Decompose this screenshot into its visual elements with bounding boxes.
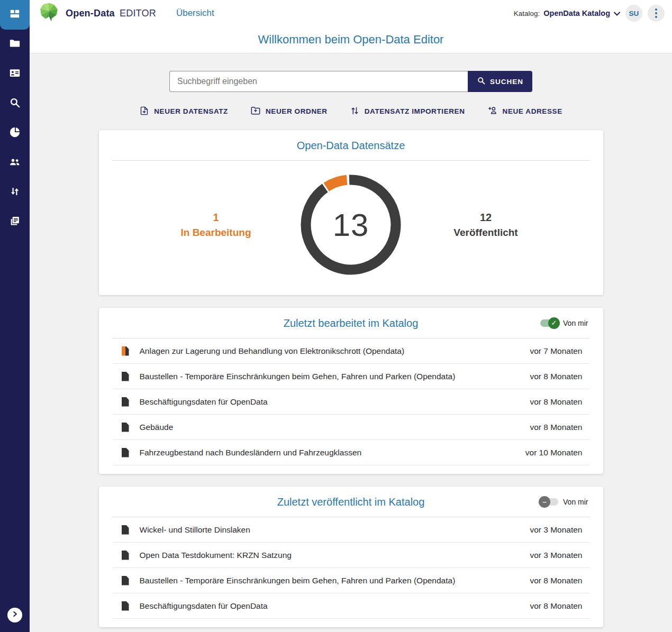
item-time: vor 8 Monaten	[530, 423, 582, 432]
stat-in-progress-value: 1	[155, 210, 277, 225]
kebab-menu-icon	[655, 8, 657, 18]
sidebar-item-search[interactable]	[0, 89, 30, 118]
item-title: Baustellen - Temporäre Einschränkungen b…	[140, 576, 517, 585]
toggle-on-icon: ✓	[540, 319, 558, 327]
list-item[interactable]: Wickel- und Stillorte Dinslaken vor 3 Mo…	[113, 517, 589, 543]
search-button[interactable]: SUCHEN	[468, 71, 532, 92]
search-icon	[9, 97, 21, 111]
item-time: vor 7 Monaten	[530, 346, 582, 356]
stat-published-label: Veröffentlicht	[425, 225, 547, 240]
recently-published-list: Wickel- und Stillorte Dinslaken vor 3 Mo…	[99, 517, 603, 627]
new-dataset-button[interactable]: NEUER DATENSATZ	[139, 105, 228, 117]
item-time: vor 3 Monaten	[530, 525, 582, 535]
item-time: vor 8 Monaten	[530, 372, 582, 381]
list-item[interactable]: Baustellen - Temporäre Einschränkungen b…	[113, 364, 589, 389]
user-avatar[interactable]: SU	[625, 5, 642, 22]
app-logo	[38, 2, 59, 25]
item-title: Wickel- und Stillorte Dinslaken	[140, 525, 517, 535]
catalog-label: Katalog:	[514, 10, 540, 17]
import-dataset-button[interactable]: DATENSATZ IMPORTIEREN	[350, 105, 465, 117]
sidebar-item-import-export[interactable]	[0, 178, 30, 207]
import-arrows-icon	[350, 106, 360, 117]
list-item[interactable]: Anlagen zur Lagerung und Behandlung von …	[113, 338, 589, 364]
sidebar	[0, 0, 30, 632]
sidebar-item-addresses[interactable]	[0, 59, 30, 89]
new-address-label: NEUE ADRESSE	[503, 107, 562, 115]
stat-published: 12 Veröffentlicht	[425, 210, 547, 240]
folder-icon	[9, 38, 21, 51]
list-item[interactable]: Open Data Testdokument: KRZN Satzung vor…	[113, 543, 589, 568]
document-icon	[122, 525, 129, 535]
donut-total: 13	[301, 175, 401, 275]
recently-edited-list: Anlagen zur Lagerung und Behandlung von …	[99, 338, 603, 474]
document-icon	[122, 448, 129, 457]
new-folder-button[interactable]: NEUER ORDNER	[250, 105, 328, 117]
card-recently-published: Zuletzt veröffentlicht im Katalog – Von …	[99, 487, 603, 627]
toggle-label: Von mir	[563, 498, 588, 506]
note-add-icon	[139, 106, 149, 117]
list-item[interactable]: Gebäude vor 8 Monaten	[113, 415, 589, 440]
avatar-initials: SU	[629, 10, 639, 17]
people-icon	[9, 156, 21, 170]
donut: 13	[301, 175, 401, 275]
datasets-donut-chart: 1 In Bearbeitung 13 12 Veröffentlicht	[99, 161, 603, 295]
stat-in-progress: 1 In Bearbeitung	[155, 210, 277, 240]
item-title: Beschäftigungsdaten für OpenData	[140, 601, 517, 611]
sidebar-item-folders[interactable]	[0, 30, 30, 59]
sidebar-item-dashboard[interactable]	[0, 0, 30, 30]
nav-uebersicht[interactable]: Übersicht	[176, 8, 214, 19]
search-icon	[477, 76, 486, 87]
card-datasets: Open-Data Datensätze 1 In Bearbeitung 13…	[99, 130, 603, 295]
recently-published-title: Zuletzt veröffentlicht im Katalog	[112, 496, 591, 508]
item-title: Gebäude	[140, 423, 517, 432]
sidebar-item-users[interactable]	[0, 148, 30, 178]
item-time: vor 8 Monaten	[530, 601, 582, 611]
sidebar-item-statistics[interactable]	[0, 118, 30, 148]
folder-add-icon	[250, 105, 261, 117]
card-datasets-title: Open-Data Datensätze	[112, 140, 591, 152]
article-stack-icon	[9, 215, 21, 229]
welcome-band: Willkommen beim Open-Data Editor	[30, 26, 672, 53]
new-address-button[interactable]: NEUE ADRESSE	[487, 105, 562, 117]
sidebar-item-logs[interactable]	[0, 207, 30, 237]
person-add-icon	[487, 105, 498, 117]
pie-chart-icon	[9, 126, 21, 140]
von-mir-toggle-published[interactable]: – Von mir	[540, 498, 588, 506]
document-icon	[122, 397, 129, 407]
search-input[interactable]	[169, 71, 468, 92]
von-mir-toggle-edited[interactable]: ✓ Von mir	[540, 319, 588, 327]
item-title: Open Data Testdokument: KRZN Satzung	[140, 551, 517, 560]
recently-edited-title: Zuletzt bearbeitet im Katalog	[112, 317, 591, 329]
search-button-label: SUCHEN	[490, 78, 523, 86]
toggle-off-icon: –	[540, 498, 558, 506]
catalog-selector[interactable]: Katalog: OpenData Katalog	[514, 8, 620, 18]
page-title: Willkommen beim Open-Data Editor	[258, 33, 444, 47]
document-icon	[122, 423, 129, 432]
item-title: Baustellen - Temporäre Einschränkungen b…	[140, 372, 517, 381]
brand-primary: Open-Data	[66, 8, 115, 19]
more-menu-button[interactable]	[648, 5, 665, 22]
list-item[interactable]: Baustellen - Temporäre Einschränkungen b…	[113, 568, 589, 593]
swap-vertical-icon	[9, 186, 21, 199]
document-icon	[122, 372, 129, 381]
list-item[interactable]: Beschäftigungsdaten für OpenData vor 8 M…	[113, 389, 589, 415]
item-time: vor 8 Monaten	[530, 397, 582, 407]
stat-published-value: 12	[425, 210, 547, 225]
item-time: vor 10 Monaten	[525, 448, 583, 457]
stat-in-progress-label: In Bearbeitung	[155, 225, 277, 240]
top-bar: Open-Data EDITOR Übersicht Katalog: Open…	[30, 0, 672, 26]
catalog-value: OpenData Katalog	[543, 9, 610, 17]
import-dataset-label: DATENSATZ IMPORTIEREN	[365, 107, 465, 115]
chevron-right-icon	[11, 610, 19, 620]
list-item[interactable]: Fahrzeugbestand nach Bundesländern und F…	[113, 440, 589, 465]
item-title: Fahrzeugbestand nach Bundesländern und F…	[140, 448, 513, 457]
document-icon	[122, 551, 129, 560]
item-title: Anlagen zur Lagerung und Behandlung von …	[140, 346, 517, 356]
brand-secondary: EDITOR	[120, 8, 156, 19]
list-item[interactable]: Beschäftigungsdaten für OpenData vor 8 M…	[113, 593, 589, 619]
chevron-down-icon	[614, 8, 620, 18]
item-title: Beschäftigungsdaten für OpenData	[140, 397, 517, 407]
document-icon	[122, 576, 129, 585]
brand: Open-Data EDITOR	[66, 8, 156, 19]
sidebar-expand-button[interactable]	[7, 608, 22, 622]
